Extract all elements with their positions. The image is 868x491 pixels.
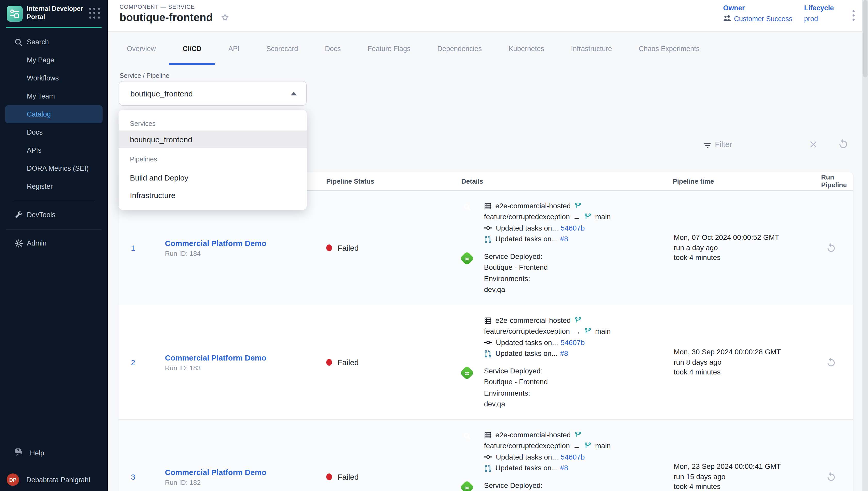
help-button[interactable]: ? Help [0,444,108,462]
pipeline-link[interactable]: Commercial Platform Demo [165,467,326,476]
sidebar-item-docs[interactable]: Docs [0,123,108,141]
sidebar-item-label: Admin [27,239,46,247]
run-index: 2 [119,358,165,367]
git-branch-icon [575,317,582,324]
clear-filter-icon[interactable] [809,140,817,148]
run-pipeline-button[interactable] [826,357,837,368]
pr-link[interactable]: #8 [560,463,568,474]
commit-icon [484,453,492,461]
harness-idp-logo [7,6,23,22]
tab-infrastructure[interactable]: Infrastructure [558,32,625,65]
sidebar-item-label: DevTools [27,211,55,219]
repo-name: e2e-commercial-hosted [495,200,571,211]
user-name: Debabrata Panigrahi [26,476,90,484]
sidebar-item-label: DORA Metrics (SEI) [27,165,89,172]
sidebar-item-devtools[interactable]: DevTools [0,206,108,224]
commit-link[interactable]: 54607b [561,452,585,463]
repo-name: e2e-commercial-hosted [495,429,571,440]
commit-icon [484,339,492,347]
pr-link[interactable]: #8 [560,348,568,359]
vertical-scrollbar[interactable] [862,0,868,491]
tab-scorecard[interactable]: Scorecard [253,32,312,65]
tab-dependencies[interactable]: Dependencies [424,32,495,65]
run-ago: run 15 days ago [674,472,814,482]
environments-label: Environments: [484,387,548,399]
tab-docs[interactable]: Docs [312,32,354,65]
commit-icon [484,224,492,232]
service-pipeline-label: Service / Pipeline [120,72,169,80]
entity-header: COMPONENT — SERVICE boutique-frontend Ow… [108,0,868,32]
dropdown-option-build-and-deploy[interactable]: Build and Deploy [119,169,307,186]
reload-icon[interactable] [838,138,849,150]
source-branch: feature/corruptedexception [484,211,570,223]
arrow-right: → [573,326,581,337]
sidebar-item-catalog[interactable]: Catalog [5,105,102,123]
owner-link[interactable]: Customer Success [723,15,793,23]
sidebar-item-workflows[interactable]: Workflows [0,69,108,87]
run-duration: took 4 minutes [674,482,814,491]
pr-label: Updated tasks on... [495,234,557,245]
dropdown-option-infrastructure[interactable]: Infrastructure [119,186,307,204]
commit-link[interactable]: 54607b [561,337,585,348]
sidebar-header: Internal Developer Portal [0,0,108,27]
favorite-star-icon[interactable] [220,12,230,23]
sidebar-item-dora-metrics[interactable]: DORA Metrics (SEI) [0,160,108,177]
scrollbar-thumb[interactable] [863,0,867,77]
run-duration: took 4 minutes [674,253,814,263]
cd-stage-icon: ∞ [460,480,474,491]
people-icon [723,15,732,23]
sidebar-item-search[interactable]: Search [0,33,108,51]
run-pipeline-button[interactable] [826,471,837,482]
tab-chaos-experiments[interactable]: Chaos Experiments [625,32,713,65]
sidebar-item-my-team[interactable]: My Team [0,87,108,105]
col-header-details: Details [461,177,673,185]
dropdown-group-pipelines: Pipelines [119,151,307,167]
pipeline-runs-table: Pipeline Status Details Pipeline time Ru… [119,172,853,491]
source-branch: feature/corruptedexception [484,326,570,337]
sidebar-bottom: ? Help DP Debabrata Panigrahi [0,444,108,491]
service-pipeline-select[interactable]: boutique_frontend [119,81,307,106]
entity-tabs: Overview CI/CD API Scorecard Docs Featur… [108,32,868,65]
commit-label: Updated tasks on... [496,337,558,348]
pr-label: Updated tasks on... [495,348,557,359]
sidebar-item-register[interactable]: Register [0,177,108,196]
col-header-run-pipeline: Run Pipeline [814,174,856,189]
run-ago: run 8 days ago [674,357,814,368]
tab-kubernetes[interactable]: Kubernetes [495,32,557,65]
failed-status-dot [326,244,332,251]
user-menu[interactable]: DP Debabrata Panigrahi [0,468,108,491]
run-ago: run a day ago [674,243,814,253]
failed-status-dot [326,359,332,366]
pipeline-link[interactable]: Commercial Platform Demo [165,238,326,247]
select-value: boutique_frontend [130,89,291,98]
filter-input[interactable] [714,139,804,149]
dropdown-option-boutique-frontend[interactable]: boutique_frontend [119,131,307,148]
svg-text:?: ? [17,449,19,453]
help-label: Help [30,449,44,457]
tab-api[interactable]: API [215,32,253,65]
commit-link[interactable]: 54607b [561,223,585,234]
repo-icon [484,202,492,210]
run-timestamp: Mon, 30 Sep 2024 00:00:28 GMT [674,347,814,357]
pr-link[interactable]: #8 [560,234,568,245]
owner-block: Owner Customer Success [723,4,793,23]
sidebar-item-label: Register [27,182,53,190]
run-id: Run ID: 182 [165,479,326,486]
sidebar-teal-divider [6,27,101,28]
pipeline-link[interactable]: Commercial Platform Demo [165,353,326,362]
screen: Internal Developer Portal Search My Page… [0,0,868,491]
app-switcher-icon[interactable] [89,8,100,19]
git-branch-icon [575,431,582,439]
sidebar-item-my-page[interactable]: My Page [0,51,108,69]
tab-feature-flags[interactable]: Feature Flags [354,32,424,65]
tab-cicd[interactable]: CI/CD [169,32,215,65]
run-pipeline-button[interactable] [826,242,837,253]
table-row: 3 Commercial Platform Demo Run ID: 182 F… [119,420,853,491]
sidebar-item-label: Search [27,38,49,46]
kebab-menu-icon[interactable] [849,8,858,23]
caret-up-icon [291,91,297,95]
tab-overview[interactable]: Overview [114,32,169,65]
sidebar-nav: Search My Page Workflows My Team Catalog… [0,33,108,252]
sidebar-item-apis[interactable]: APIs [0,141,108,160]
sidebar-item-admin[interactable]: Admin [0,234,108,252]
